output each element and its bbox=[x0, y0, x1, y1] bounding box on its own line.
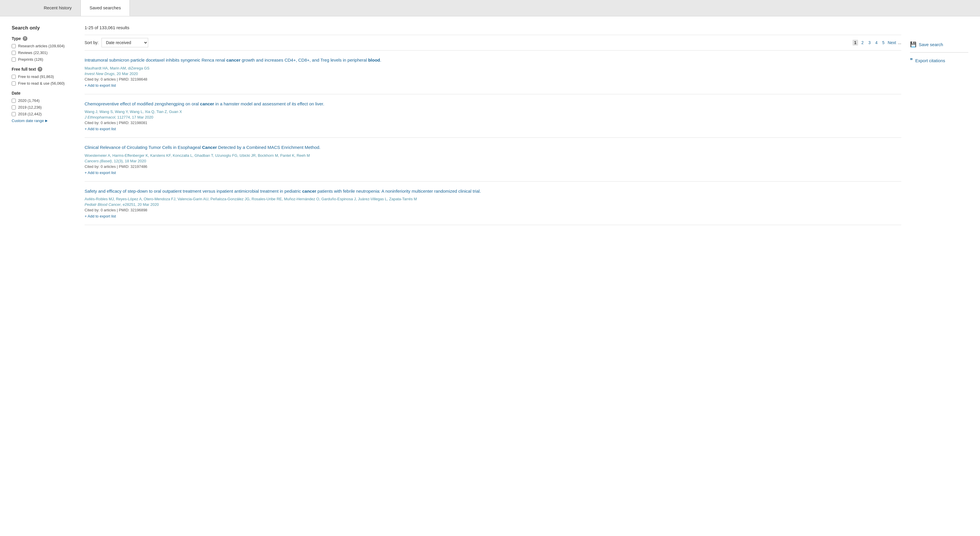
filter-preprints: Preprints (126) bbox=[12, 57, 76, 62]
results-header: 1-25 of 133,061 results bbox=[84, 25, 901, 30]
article-4-title[interactable]: Safety and efficacy of step-down to oral… bbox=[84, 188, 901, 195]
sort-select[interactable]: Date received Best match Most recent Pub… bbox=[102, 38, 148, 47]
article-2-journal: J Ethnopharmacol, 112774, 17 Mar 2020 bbox=[84, 115, 901, 120]
article-2-title[interactable]: Chemopreventive effect of modified zengs… bbox=[84, 101, 901, 107]
type-help-icon[interactable]: ? bbox=[23, 36, 27, 41]
custom-date-arrow-icon: ▶ bbox=[45, 119, 48, 123]
article-3-title[interactable]: Clinical Relevance of Circulating Tumor … bbox=[84, 144, 901, 151]
article-4-authors: Avilés-Robles MJ, Reyes-López A, Otero-M… bbox=[84, 197, 901, 201]
filter-2019: 2019 (12,236) bbox=[12, 105, 76, 110]
filter-free-to-read-checkbox[interactable] bbox=[12, 75, 16, 79]
article-1-meta: Cited by: 0 articles | PMID: 32198648 bbox=[84, 77, 901, 81]
article-list: Intratumoral submicron particle docetaxe… bbox=[84, 51, 901, 225]
right-panel: 💾 Save search ❞ Export citations bbox=[910, 25, 968, 225]
sort-bar: Sort by: Date received Best match Most r… bbox=[84, 35, 901, 51]
page-5[interactable]: 5 bbox=[881, 40, 886, 46]
filter-2019-label: 2019 (12,236) bbox=[18, 105, 42, 110]
article-3-authors: Woestemeier A, Harms-Effenberger K, Kars… bbox=[84, 153, 901, 158]
filter-reviews-checkbox[interactable] bbox=[12, 51, 16, 55]
article-3-journal: Cancers (Basel), 12(3), 18 Mar 2020 bbox=[84, 159, 901, 163]
filter-free-text-label: Free full text ? bbox=[12, 67, 76, 72]
article-2-authors: Wang J, Wang S, Wang Y, Wang L, Xia Q, T… bbox=[84, 110, 901, 114]
filter-2019-checkbox[interactable] bbox=[12, 105, 16, 110]
filter-free-to-read-use: Free to read & use (56,060) bbox=[12, 81, 76, 86]
top-tabs: Recent history Saved searches bbox=[0, 0, 980, 16]
tab-saved-searches[interactable]: Saved searches bbox=[81, 0, 130, 16]
sidebar: Search only Type ? Research articles (10… bbox=[12, 25, 76, 225]
article-item: Clinical Relevance of Circulating Tumor … bbox=[84, 138, 901, 182]
results-area: 1-25 of 133,061 results Sort by: Date re… bbox=[84, 25, 901, 225]
filter-2018-checkbox[interactable] bbox=[12, 112, 16, 116]
article-item: Safety and efficacy of step-down to oral… bbox=[84, 182, 901, 225]
filter-2020-checkbox[interactable] bbox=[12, 99, 16, 103]
page-2[interactable]: 2 bbox=[860, 40, 865, 46]
article-1-title[interactable]: Intratumoral submicron particle docetaxe… bbox=[84, 57, 901, 64]
filter-research-articles-checkbox[interactable] bbox=[12, 44, 16, 48]
page-next[interactable]: Next bbox=[888, 40, 896, 45]
article-1-journal: Invest New Drugs, 20 Mar 2020 bbox=[84, 72, 901, 76]
page-ellipsis: ... bbox=[898, 40, 901, 45]
custom-date-range[interactable]: Custom date range ▶ bbox=[12, 118, 76, 123]
filter-date-label: Date bbox=[12, 91, 76, 96]
filter-2018: 2018 (12,442) bbox=[12, 112, 76, 116]
main-layout: Search only Type ? Research articles (10… bbox=[0, 16, 980, 234]
free-text-help-icon[interactable]: ? bbox=[38, 67, 42, 72]
article-3-add-export[interactable]: + Add to export list bbox=[84, 171, 901, 175]
article-2-meta: Cited by: 0 articles | PMID: 32198081 bbox=[84, 121, 901, 125]
article-1-authors: Maulhardt HA, Marin AM, diZerega GS bbox=[84, 66, 901, 70]
save-search-icon: 💾 bbox=[910, 41, 916, 48]
pagination: 1 2 3 4 5 Next ... bbox=[853, 40, 901, 46]
filter-2020: 2020 (1,764) bbox=[12, 98, 76, 103]
results-count: 1-25 of 133,061 results bbox=[84, 25, 129, 30]
filter-free-to-read-label: Free to read (91,863) bbox=[18, 75, 54, 79]
page-3[interactable]: 3 bbox=[867, 40, 872, 46]
sort-label: Sort by: bbox=[84, 40, 99, 45]
filter-preprints-label: Preprints (126) bbox=[18, 57, 43, 62]
filter-reviews-label: Reviews (22,301) bbox=[18, 51, 48, 55]
article-2-add-export[interactable]: + Add to export list bbox=[84, 127, 901, 131]
filter-free-to-read-use-label: Free to read & use (56,060) bbox=[18, 81, 65, 86]
filter-free-to-read-use-checkbox[interactable] bbox=[12, 81, 16, 86]
page-4[interactable]: 4 bbox=[874, 40, 879, 46]
article-4-journal: Pediatr Blood Cancer, e28251, 20 Mar 202… bbox=[84, 202, 901, 207]
filter-reviews: Reviews (22,301) bbox=[12, 51, 76, 55]
export-citations-icon: ❞ bbox=[910, 57, 913, 64]
filter-2018-label: 2018 (12,442) bbox=[18, 112, 42, 116]
filter-research-articles-label: Research articles (109,604) bbox=[18, 44, 65, 48]
tab-recent-history[interactable]: Recent history bbox=[35, 0, 81, 16]
save-search-button[interactable]: 💾 Save search bbox=[910, 41, 968, 53]
article-4-add-export[interactable]: + Add to export list bbox=[84, 214, 901, 219]
sidebar-title: Search only bbox=[12, 25, 76, 31]
article-item: Intratumoral submicron particle docetaxe… bbox=[84, 51, 901, 94]
filter-free-to-read: Free to read (91,863) bbox=[12, 75, 76, 79]
filter-research-articles: Research articles (109,604) bbox=[12, 44, 76, 48]
page-1[interactable]: 1 bbox=[853, 40, 858, 46]
article-1-add-export[interactable]: + Add to export list bbox=[84, 83, 901, 88]
article-4-meta: Cited by: 0 articles | PMID: 32196898 bbox=[84, 208, 901, 212]
article-3-meta: Cited by: 0 articles | PMID: 32197486 bbox=[84, 164, 901, 169]
article-item: Chemopreventive effect of modified zengs… bbox=[84, 94, 901, 138]
filter-2020-label: 2020 (1,764) bbox=[18, 98, 40, 103]
export-citations-button[interactable]: ❞ Export citations bbox=[910, 57, 968, 64]
filter-type-label: Type ? bbox=[12, 36, 76, 41]
filter-preprints-checkbox[interactable] bbox=[12, 57, 16, 62]
